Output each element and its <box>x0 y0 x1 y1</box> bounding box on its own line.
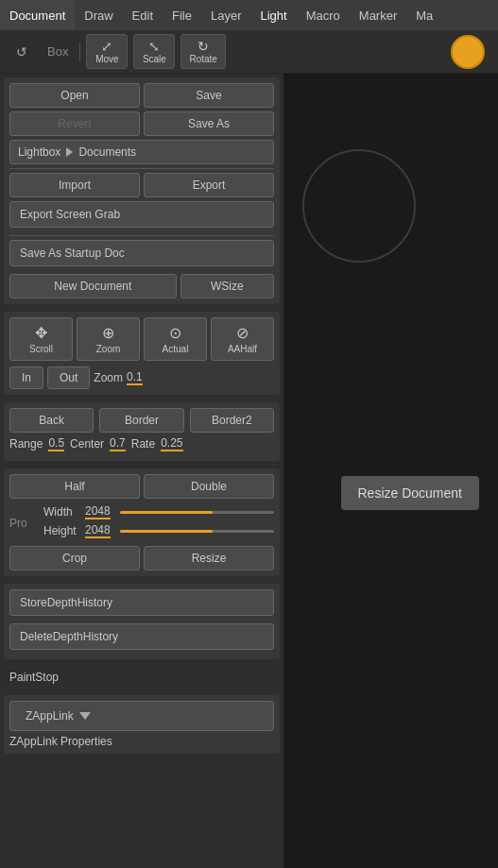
half-double-row: Half Double <box>9 474 274 499</box>
store-depth-history-button[interactable]: StoreDepthHistory <box>9 589 274 616</box>
menu-light[interactable]: Light <box>250 0 296 30</box>
icon-row: ✥ Scroll ⊕ Zoom ⊙ Actual ⊘ AAHalf <box>9 317 274 361</box>
range-value[interactable]: 0.5 <box>48 436 64 451</box>
save-as-startup-button[interactable]: Save As Startup Doc <box>9 240 274 266</box>
aahalf-icon: ⊘ <box>236 324 249 342</box>
toolbar-divider <box>79 43 80 61</box>
scale-button[interactable]: ⤡ Scale <box>133 34 175 69</box>
active-tool-indicator[interactable] <box>451 35 485 69</box>
width-value[interactable]: 2048 <box>85 504 111 519</box>
menu-marker[interactable]: Marker <box>350 0 406 30</box>
menu-bar: Document Draw Edit File Layer Light Macr… <box>0 0 498 30</box>
center-value[interactable]: 0.7 <box>110 436 126 451</box>
move-button[interactable]: ⤢ Move <box>86 34 128 69</box>
lightbox-label: Lightbox <box>18 145 60 159</box>
zapplink-button[interactable]: ZAppLink <box>9 701 274 731</box>
move-label: Move <box>95 54 118 64</box>
document-section: Open Save Revert Save As Lightbox Docume… <box>4 77 280 304</box>
main-layout: Open Save Revert Save As Lightbox Docume… <box>0 74 498 868</box>
menu-macro[interactable]: Macro <box>297 0 350 30</box>
pro-row: Pro Width 2048 Height 2048 <box>9 504 274 542</box>
open-save-row: Open Save <box>9 83 274 108</box>
in-out-row: In Out Zoom 0.1 <box>9 366 274 389</box>
move-icon: ⤢ <box>101 39 112 54</box>
out-button[interactable]: Out <box>47 366 90 389</box>
separator-1 <box>9 168 274 169</box>
rotate-button[interactable]: ↻ Rotate <box>180 34 225 69</box>
crop-button[interactable]: Crop <box>9 546 140 570</box>
paintstop-label: PaintStop <box>9 671 59 684</box>
zoom-button[interactable]: ⊕ Zoom <box>77 317 140 361</box>
zapplink-dropdown-icon <box>79 712 91 720</box>
import-button[interactable]: Import <box>9 173 140 197</box>
range-row: Range 0.5 Center 0.7 Rate 0.25 <box>9 436 274 451</box>
aahalf-button[interactable]: ⊘ AAHalf <box>211 317 274 361</box>
actual-label: Actual <box>163 344 189 354</box>
zapplink-section: ZAppLink ZAppLink Properties <box>4 695 280 754</box>
revert-button[interactable]: Revert <box>9 111 140 136</box>
history-section: StoreDepthHistory DeleteDepthHistory <box>4 584 280 659</box>
menu-document[interactable]: Document <box>0 0 75 30</box>
width-height-col: Width 2048 Height 2048 <box>43 504 274 542</box>
width-slider[interactable] <box>120 511 274 514</box>
pro-label: Pro <box>9 517 38 530</box>
in-button[interactable]: In <box>9 366 43 389</box>
open-button[interactable]: Open <box>9 83 140 108</box>
actual-icon: ⊙ <box>169 324 181 342</box>
back-border-row: Back Border Border2 <box>9 408 274 433</box>
left-panel: Open Save Revert Save As Lightbox Docume… <box>0 74 283 868</box>
zapplink-label: ZAppLink <box>26 709 74 723</box>
back-button[interactable]: Back <box>9 408 94 433</box>
height-value[interactable]: 2048 <box>85 523 111 538</box>
height-label: Height <box>43 524 81 537</box>
rate-value[interactable]: 0.25 <box>161 436 182 451</box>
menu-draw[interactable]: Draw <box>75 0 122 30</box>
width-label: Width <box>43 505 81 519</box>
export-button[interactable]: Export <box>144 173 274 197</box>
half-button[interactable]: Half <box>9 474 140 499</box>
separator-2 <box>9 235 274 236</box>
range-label: Range <box>9 437 43 451</box>
menu-layer[interactable]: Layer <box>201 0 251 30</box>
resize-document-tooltip: Resize Document <box>341 476 480 510</box>
scroll-zoom-section: ✥ Scroll ⊕ Zoom ⊙ Actual ⊘ AAHalf In <box>4 312 280 395</box>
menu-ma[interactable]: Ma <box>406 0 442 30</box>
double-button[interactable]: Double <box>144 474 274 499</box>
border2-button[interactable]: Border2 <box>190 408 274 433</box>
zoom-text-label: Zoom <box>94 371 123 384</box>
refresh-icon[interactable]: ↺ <box>13 43 30 60</box>
width-row: Width 2048 <box>43 504 274 519</box>
resize-tooltip-text: Resize Document <box>358 485 463 501</box>
resize-button[interactable]: Resize <box>144 546 274 570</box>
paintstop-section: PaintStop <box>4 667 280 688</box>
rotate-icon: ↻ <box>197 39 209 54</box>
new-doc-row: New Document WSize <box>9 274 274 298</box>
zoom-value[interactable]: 0.1 <box>127 370 143 385</box>
menu-edit[interactable]: Edit <box>123 0 163 30</box>
save-button[interactable]: Save <box>144 83 274 108</box>
zapplink-properties-label: ZAppLink Properties <box>9 735 112 748</box>
resize-section: Half Double Pro Width 2048 Height 2048 <box>4 468 280 576</box>
rate-label: Rate <box>131 437 155 451</box>
revert-saveas-row: Revert Save As <box>9 111 274 136</box>
new-document-button[interactable]: New Document <box>9 274 177 298</box>
aahalf-label: AAHalf <box>228 344 257 354</box>
delete-depth-history-button[interactable]: DeleteDepthHistory <box>9 623 274 650</box>
menu-file[interactable]: File <box>163 0 201 30</box>
scale-label: Scale <box>143 54 166 64</box>
border-button[interactable]: Border <box>99 408 183 433</box>
lightbox-dest: Documents <box>78 145 136 159</box>
right-area: Resize Document <box>283 74 498 868</box>
rotate-label: Rotate <box>189 54 216 64</box>
save-as-button[interactable]: Save As <box>144 111 274 136</box>
zoom-icon: ⊕ <box>102 324 114 342</box>
wsize-button[interactable]: WSize <box>180 274 274 298</box>
view-controls-section: Back Border Border2 Range 0.5 Center 0.7… <box>4 402 280 461</box>
height-row: Height 2048 <box>43 523 274 538</box>
height-slider[interactable] <box>120 530 274 533</box>
actual-button[interactable]: ⊙ Actual <box>144 317 207 361</box>
export-screen-grab-button[interactable]: Export Screen Grab <box>9 201 274 228</box>
scroll-icon: ✥ <box>35 324 47 342</box>
lightbox-path[interactable]: Lightbox Documents <box>9 140 274 164</box>
scroll-button[interactable]: ✥ Scroll <box>9 317 73 361</box>
